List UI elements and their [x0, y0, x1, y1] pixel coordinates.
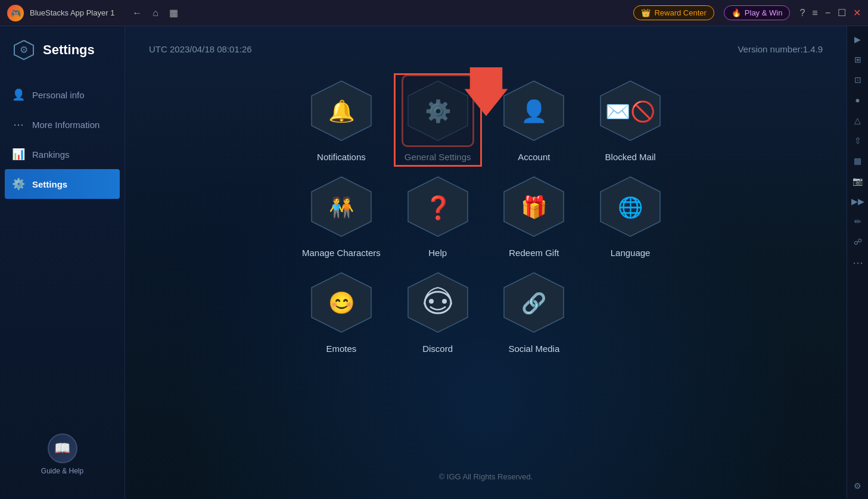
language-label: Language: [611, 248, 651, 258]
grid-item-account[interactable]: 👤 Account: [495, 78, 574, 162]
notifications-hex: 🔔: [309, 78, 374, 144]
right-icon-6[interactable]: ⇧: [850, 132, 866, 149]
grid-item-notifications[interactable]: 🔔 Notifications: [302, 78, 381, 162]
tabs-icon[interactable]: ▦: [169, 7, 178, 18]
settings-logo-icon: ⚙: [12, 38, 36, 62]
general-settings-hex: ⚙️: [405, 78, 471, 144]
back-icon[interactable]: ←: [132, 8, 142, 18]
right-sidebar: ▶ ⊞ ⊡ ● △ ⇧ ▦ 📷 ▶▶ ✏ ☍ ⋯ ⚙: [847, 26, 868, 499]
account-hex: 👤: [501, 78, 567, 144]
flame-icon: 🔥: [732, 8, 741, 17]
right-icon-7[interactable]: ▦: [850, 152, 866, 169]
right-icon-more[interactable]: ⋯: [853, 256, 863, 269]
title-bar-actions: ? ≡ − ☐ ✕: [799, 7, 861, 18]
blocked-mail-hex: ✉️🚫: [598, 78, 663, 144]
more-info-icon: ⋯: [12, 118, 25, 131]
svg-point-23: [429, 299, 434, 304]
sidebar-personal-info-label: Personal info: [32, 90, 85, 100]
sidebar-item-personal-info[interactable]: 👤 Personal info: [0, 80, 125, 110]
right-icon-settings[interactable]: ⚙: [850, 478, 866, 494]
guide-help-button[interactable]: 📖 Guide & Help: [12, 433, 113, 475]
minimize-icon[interactable]: −: [825, 8, 830, 18]
right-icon-5[interactable]: △: [850, 112, 866, 129]
help-hex: ❓: [405, 174, 471, 239]
svg-marker-21: [408, 273, 468, 332]
right-icon-10[interactable]: ✏: [850, 213, 866, 230]
svg-text:🧑‍🤝‍🧑: 🧑‍🤝‍🧑: [329, 195, 354, 220]
account-label: Account: [518, 152, 550, 162]
settings-icon: ⚙️: [12, 177, 25, 191]
app-title: BlueStacks App Player 1: [30, 8, 114, 17]
redeem-gift-label: Redeem Gift: [509, 248, 559, 258]
redeem-gift-hex: 🎁: [501, 174, 567, 239]
play-win-button[interactable]: 🔥 Play & Win: [724, 5, 791, 20]
grid-item-discord[interactable]: Discord: [399, 270, 477, 354]
svg-text:🎁: 🎁: [521, 194, 547, 220]
help-label: Help: [428, 248, 447, 258]
right-icon-4[interactable]: ●: [850, 92, 866, 108]
grid-item-social-media[interactable]: 🔗 Social Media: [495, 270, 574, 354]
social-media-label: Social Media: [508, 344, 559, 354]
maximize-icon[interactable]: ☐: [838, 7, 846, 18]
content-footer: © IGG All Rights Reserved.: [149, 472, 823, 481]
svg-text:🌐: 🌐: [618, 195, 643, 220]
footer-text: © IGG All Rights Reserved.: [439, 472, 533, 481]
content-header: UTC 2023/04/18 08:01:26 Version number:1…: [149, 44, 823, 54]
svg-text:✉️🚫: ✉️🚫: [605, 99, 656, 124]
grid-item-help[interactable]: ❓ Help: [399, 174, 477, 258]
title-bar-right: 👑 Reward Center 🔥 Play & Win ? ≡ − ☐ ✕: [633, 5, 861, 20]
right-icon-9[interactable]: ▶▶: [850, 193, 866, 210]
right-icon-1[interactable]: ▶: [850, 31, 866, 48]
svg-text:⚙️: ⚙️: [424, 98, 451, 124]
sidebar-bottom: 📖 Guide & Help: [0, 422, 125, 487]
home-icon[interactable]: ⌂: [153, 8, 158, 18]
grid-item-emotes[interactable]: 😊 Emotes: [302, 270, 381, 354]
svg-text:😊: 😊: [328, 290, 354, 316]
sidebar-more-info-label: More Information: [32, 120, 99, 130]
grid-item-manage-characters[interactable]: 🧑‍🤝‍🧑 Manage Characters: [302, 174, 381, 258]
svg-text:⚙: ⚙: [20, 45, 28, 55]
title-bar: 🎮 BlueStacks App Player 1 ← ⌂ ▦ 👑 Reward…: [0, 0, 868, 26]
svg-text:🔗: 🔗: [521, 291, 547, 316]
sidebar-item-rankings[interactable]: 📊 Rankings: [0, 139, 125, 169]
sidebar-header: ⚙ Settings: [0, 38, 125, 80]
grid-item-general-settings[interactable]: ⚙️ General Settings: [399, 78, 477, 162]
right-icon-11[interactable]: ☍: [850, 233, 866, 250]
manage-characters-label: Manage Characters: [302, 248, 381, 258]
grid-item-redeem-gift[interactable]: 🎁 Redeem Gift: [495, 174, 574, 258]
menu-icon[interactable]: ≡: [812, 8, 817, 18]
blocked-mail-label: Blocked Mail: [605, 152, 656, 162]
guide-help-label: Guide & Help: [41, 467, 83, 475]
sidebar-title: Settings: [43, 42, 95, 58]
title-bar-nav: ← ⌂ ▦: [132, 7, 178, 18]
discord-hex: [405, 270, 471, 335]
svg-point-24: [442, 299, 447, 304]
discord-label: Discord: [422, 344, 453, 354]
right-icon-8[interactable]: 📷: [850, 173, 866, 189]
utc-time: UTC 2023/04/18 08:01:26: [149, 44, 252, 54]
sidebar-item-settings[interactable]: ⚙️ Settings: [5, 169, 120, 199]
sidebar: ⚙ Settings 👤 Personal info ⋯ More Inform…: [0, 26, 125, 499]
emotes-label: Emotes: [326, 344, 356, 354]
emotes-hex: 😊: [309, 270, 374, 335]
notifications-label: Notifications: [317, 152, 366, 162]
version-number: Version number:1.4.9: [738, 44, 823, 54]
grid-item-language[interactable]: 🌐 Language: [591, 174, 670, 258]
language-hex: 🌐: [598, 174, 663, 239]
help-icon[interactable]: ?: [799, 8, 805, 18]
sidebar-item-more-information[interactable]: ⋯ More Information: [0, 110, 125, 139]
crown-icon: 👑: [641, 8, 651, 17]
grid-item-blocked-mail[interactable]: ✉️🚫 Blocked Mail: [591, 78, 670, 162]
sidebar-settings-label: Settings: [32, 179, 67, 189]
svg-text:👤: 👤: [521, 98, 547, 124]
main-layout: ⚙ Settings 👤 Personal info ⋯ More Inform…: [0, 26, 868, 499]
settings-grid: 🔔 Notifications ⚙️ General Settings: [302, 78, 670, 354]
right-icon-3[interactable]: ⊡: [850, 71, 866, 88]
right-icon-2[interactable]: ⊞: [850, 51, 866, 68]
close-icon[interactable]: ✕: [853, 7, 861, 18]
reward-center-button[interactable]: 👑 Reward Center: [633, 5, 714, 20]
social-media-hex: 🔗: [501, 270, 567, 335]
svg-text:🔔: 🔔: [328, 98, 354, 124]
general-settings-label: General Settings: [405, 152, 471, 162]
svg-text:❓: ❓: [424, 194, 452, 222]
